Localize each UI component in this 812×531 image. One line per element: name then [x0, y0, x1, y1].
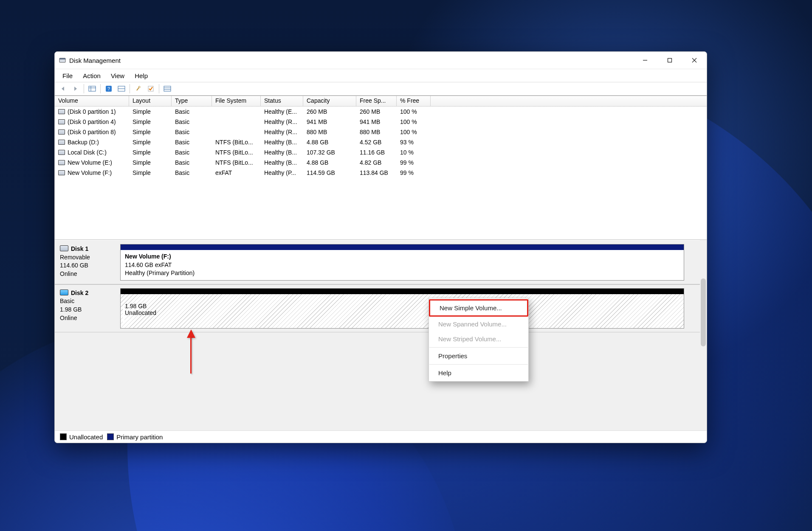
menu-file[interactable]: File: [57, 70, 78, 81]
refresh-button[interactable]: [132, 83, 144, 95]
volume-icon: [58, 129, 65, 135]
svg-rect-15: [164, 86, 171, 91]
disk1-state: Online: [60, 270, 77, 277]
content-area: Volume Layout Type File System Status Ca…: [55, 96, 707, 443]
menubar: File Action View Help: [55, 69, 707, 82]
swatch-black: [60, 433, 67, 440]
volume-icon: [58, 109, 65, 114]
svg-rect-1: [59, 58, 65, 59]
separator: [100, 84, 101, 93]
back-button[interactable]: [57, 83, 69, 95]
col-capacity[interactable]: Capacity: [303, 96, 356, 106]
volume-list-header: Volume Layout Type File System Status Ca…: [55, 96, 707, 107]
apply-button[interactable]: [145, 83, 157, 95]
col-spacer: [431, 96, 707, 106]
disk2-unallocated[interactable]: 1.98 GB Unallocated: [120, 288, 684, 329]
context-menu: New Simple Volume... New Spanned Volume.…: [429, 298, 529, 382]
console-tree-button[interactable]: [86, 83, 98, 95]
ctx-new-striped-volume: New Striped Volume...: [429, 332, 528, 346]
close-button[interactable]: [682, 52, 707, 69]
table-row[interactable]: (Disk 0 partition 4)SimpleBasicHealthy (…: [55, 117, 707, 127]
swatch-blue: [107, 433, 114, 440]
volume-icon: [58, 160, 65, 165]
settings-top-bottom-button[interactable]: [116, 83, 127, 95]
disk-management-window: Disk Management File Action View Help ?: [54, 51, 707, 443]
disk2-label: Disk 2: [71, 289, 88, 296]
volume-icon: [58, 150, 65, 155]
legend-primary: Primary partition: [107, 433, 163, 441]
disk1-size: 114.60 GB: [60, 262, 88, 269]
disk2-size: 1.98 GB: [60, 306, 82, 313]
col-volume[interactable]: Volume: [55, 96, 129, 106]
col-freespace[interactable]: Free Sp...: [356, 96, 397, 106]
minimize-button[interactable]: [633, 52, 657, 69]
col-pctfree[interactable]: % Free: [397, 96, 431, 106]
window-controls: [633, 52, 707, 69]
table-row[interactable]: New Volume (E:)SimpleBasicNTFS (BitLo...…: [55, 157, 707, 168]
help-button[interactable]: ?: [103, 83, 115, 95]
separator: [159, 84, 159, 93]
disk-graphical-view: Disk 1 Removable 114.60 GB Online New Vo…: [55, 240, 707, 430]
disk1-header[interactable]: Disk 1 Removable 114.60 GB Online: [55, 241, 118, 284]
vertical-scrollbar[interactable]: [700, 240, 707, 430]
disk-icon: [60, 289, 68, 295]
disk2-volumes: 1.98 GB Unallocated: [118, 285, 707, 332]
toolbar: ?: [55, 82, 707, 96]
ctx-properties[interactable]: Properties: [429, 348, 528, 363]
volume-list-empty: [55, 178, 707, 240]
col-layout[interactable]: Layout: [129, 96, 172, 106]
svg-point-13: [138, 86, 140, 88]
disk2-free-label: Unallocated: [125, 309, 156, 316]
disk1-volume-f[interactable]: New Volume (F:) 114.60 GB exFAT Healthy …: [120, 244, 684, 281]
svg-rect-6: [89, 86, 96, 91]
volume-icon: [58, 140, 65, 145]
table-row[interactable]: Backup (D:)SimpleBasicNTFS (BitLo...Heal…: [55, 137, 707, 147]
disk1-media: Removable: [60, 254, 90, 261]
disk2-free-size: 1.98 GB: [125, 303, 147, 309]
table-row[interactable]: New Volume (F:)SimpleBasicexFATHealthy (…: [55, 168, 707, 178]
list-view-button[interactable]: [161, 83, 173, 95]
desktop-background: Disk Management File Action View Help ?: [0, 0, 812, 531]
separator: [130, 84, 130, 93]
ctx-separator: [429, 347, 528, 348]
forward-button[interactable]: [70, 83, 82, 95]
disk2-header[interactable]: Disk 2 Basic 1.98 GB Online: [55, 285, 118, 332]
app-icon: [59, 57, 66, 64]
disk1-label: Disk 1: [71, 245, 88, 252]
disk-row-disk1: Disk 1 Removable 114.60 GB Online New Vo…: [55, 240, 707, 284]
hatch-stripe: [123, 306, 124, 324]
disk1-volumes: New Volume (F:) 114.60 GB exFAT Healthy …: [118, 241, 707, 284]
ctx-help[interactable]: Help: [429, 365, 528, 380]
disk1-vol-line2: 114.60 GB exFAT: [125, 261, 172, 268]
disk-row-disk2: Disk 2 Basic 1.98 GB Online: [55, 284, 707, 332]
window-title: Disk Management: [69, 57, 121, 64]
menu-help[interactable]: Help: [130, 70, 153, 81]
scrollbar-thumb[interactable]: [701, 278, 706, 346]
disk1-vol-name: New Volume (F:): [125, 253, 171, 260]
col-type[interactable]: Type: [172, 96, 212, 106]
disk2-state: Online: [60, 315, 77, 321]
ctx-new-simple-volume[interactable]: New Simple Volume...: [429, 299, 528, 317]
maximize-button[interactable]: [657, 52, 682, 69]
volume-icon: [58, 119, 65, 124]
primary-partition-stripe: [121, 244, 684, 250]
disk1-vol-line3: Healthy (Primary Partition): [125, 270, 195, 276]
table-row[interactable]: (Disk 0 partition 1)SimpleBasicHealthy (…: [55, 107, 707, 117]
menu-action[interactable]: Action: [78, 70, 106, 81]
ctx-new-spanned-volume: New Spanned Volume...: [429, 317, 528, 332]
col-filesystem[interactable]: File System: [212, 96, 261, 106]
svg-rect-3: [668, 59, 672, 62]
legend: Unallocated Primary partition: [55, 430, 707, 443]
legend-unallocated: Unallocated: [60, 433, 103, 441]
ctx-separator: [429, 364, 528, 365]
titlebar[interactable]: Disk Management: [55, 52, 707, 69]
disk-icon: [60, 245, 68, 251]
table-row[interactable]: Local Disk (C:)SimpleBasicNTFS (BitLo...…: [55, 147, 707, 157]
col-status[interactable]: Status: [261, 96, 303, 106]
volume-icon: [58, 170, 65, 175]
table-row[interactable]: (Disk 0 partition 8)SimpleBasicHealthy (…: [55, 127, 707, 137]
volume-list[interactable]: (Disk 0 partition 1)SimpleBasicHealthy (…: [55, 107, 707, 178]
svg-text:?: ?: [107, 86, 110, 91]
disk2-media: Basic: [60, 298, 74, 304]
menu-view[interactable]: View: [106, 70, 130, 81]
